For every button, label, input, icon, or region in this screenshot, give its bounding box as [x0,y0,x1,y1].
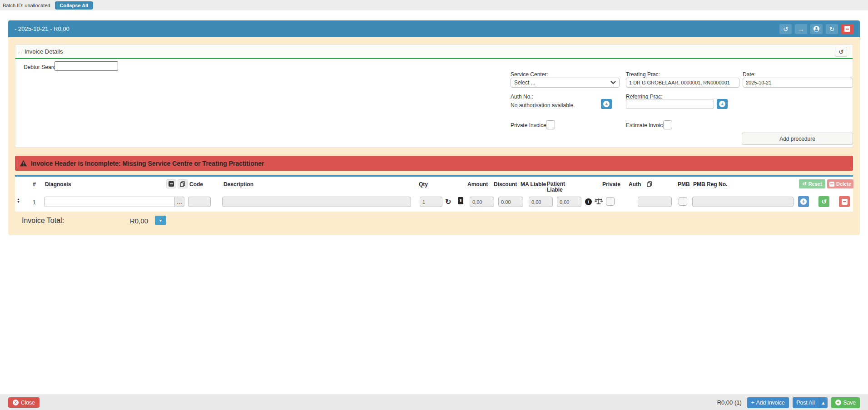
col-header-code: Code [189,181,203,188]
referring-prac-input[interactable] [626,99,714,109]
close-button[interactable]: × Close [8,397,40,408]
plus-circle-icon: + [719,101,725,107]
arrow-right-icon: → [798,25,804,34]
delete-label: Delete [836,181,851,187]
minus-square-icon [829,182,834,187]
diagnosis-remove-all-button[interactable] [166,179,176,188]
user-circle-icon [813,25,820,32]
plus-circle-icon: + [603,101,610,107]
invoice-history-button[interactable]: ↺ [779,24,792,34]
auth-no-label: Auth No.: [511,94,533,100]
invoice-patient-button[interactable] [810,24,823,34]
undo-icon: ↺ [802,181,806,187]
add-invoice-button[interactable]: + Add Invoice [747,397,789,408]
row-add-button[interactable]: + [798,196,809,207]
row-undo-button[interactable]: ↺ [818,196,829,207]
private-invoice-checkbox[interactable] [546,120,555,129]
col-header-pmb-reg-no: PMB Reg No. [693,181,727,188]
recalculate-icon[interactable]: ↻ [445,198,451,206]
invoice-title: - 2025-10-21 - R0,00 [15,25,69,32]
diagnosis-copy-button[interactable] [178,179,188,188]
refresh-icon: ↻ [829,25,835,34]
discount-input[interactable] [498,197,523,207]
post-all-dropdown-button[interactable]: ▴ [819,397,828,408]
plus-circle-icon: + [800,198,807,205]
delete-row-button[interactable]: Delete [827,179,853,188]
add-referring-prac-button[interactable]: + [717,99,728,109]
service-center-label: Service Center: [511,71,548,78]
batch-id-label: Batch ID: unallocated [3,3,50,8]
info-icon[interactable]: i [585,198,592,205]
warning-triangle-icon [20,160,27,167]
auth-input[interactable] [638,197,672,207]
add-invoice-label: Add Invoice [756,400,785,406]
plus-icon: + [751,400,754,406]
col-header-diagnosis: Diagnosis [45,181,71,188]
date-label: Date: [743,71,756,78]
warning-text: Invoice Header is Incomplete: Missing Se… [31,160,264,167]
invoice-document-icon[interactable]: $ [458,197,463,204]
col-header-auth: Auth [629,181,641,188]
reset-row-button[interactable]: ↺Reset [799,179,825,188]
diagnosis-input[interactable] [44,197,175,207]
ma-liable-input[interactable] [529,197,553,207]
save-label: Save [843,400,856,406]
invoice-panel: - 2025-10-21 - R0,00 ↺ → ↻ - Invoice Det… [8,20,860,235]
invoice-forward-button[interactable]: → [795,24,807,34]
invoice-total-label: Invoice Total: [22,217,64,225]
patient-liable-input[interactable] [557,197,581,207]
estimate-invoice-checkbox[interactable] [663,120,672,129]
auth-copy-button[interactable] [645,179,655,188]
top-bar: Batch ID: unallocated Collapse All [0,0,868,10]
warning-banner: Invoice Header is Incomplete: Missing Se… [15,156,853,171]
post-all-button[interactable]: Post All [793,397,819,408]
row-remove-button[interactable] [839,196,850,207]
undo-icon: ↺ [821,198,827,205]
invoice-refresh-button[interactable]: ↻ [826,24,838,34]
balance-scale-icon[interactable] [595,198,603,207]
code-input[interactable] [188,197,211,207]
invoice-details-section: - Invoice Details ↺ Debtor Search: Servi… [15,44,853,148]
pmb-checkbox[interactable] [679,197,687,206]
auth-no-status: No authorisation available. [511,102,575,109]
invoice-panel-header[interactable]: - 2025-10-21 - R0,00 ↺ → ↻ [8,20,860,37]
batch-total-summary: R0,00 (1) [717,399,742,406]
treating-prac-label: Treating Prac: [626,71,660,78]
collapse-all-button[interactable]: Collapse All [55,1,94,10]
save-button[interactable]: + Save [831,397,860,408]
copy-icon [180,181,185,187]
treating-prac-input[interactable] [626,78,739,88]
invoice-details-header[interactable]: - Invoice Details ↺ [15,44,853,59]
reset-label: Reset [808,181,822,187]
details-history-button[interactable]: ↺ [835,47,847,57]
footer-bar: × Close R0,00 (1) + Add Invoice Post All… [0,395,868,410]
history-icon: ↺ [783,25,789,34]
col-header-private: Private [602,181,620,188]
date-input[interactable] [743,78,853,88]
description-input[interactable] [222,197,411,207]
pmb-reg-no-input[interactable] [692,197,794,207]
private-invoice-label: Private Invoice: [511,122,548,128]
diagnosis-lookup-button[interactable]: … [175,197,184,207]
col-header-patient-liable: Patient Liable [547,181,572,193]
col-header-index: # [33,181,36,188]
private-row-checkbox[interactable] [606,197,615,206]
col-header-ma-liable: MA Liable [521,181,546,188]
debtor-search-input[interactable] [55,61,118,71]
close-label: Close [21,400,35,406]
invoice-totals: Invoice Total: R0,00 ▾ [8,212,860,232]
invoice-total-dropdown-button[interactable]: ▾ [155,216,166,225]
add-authorisation-button[interactable]: + [601,99,612,109]
history-icon: ↺ [838,48,844,55]
add-procedure-button[interactable]: Add procedure [742,133,853,145]
minus-square-icon [169,181,174,187]
row-index: 1 [33,199,36,206]
copy-icon [647,181,652,187]
amount-input[interactable] [470,197,494,207]
invoice-details-body: Debtor Search: Service Center: Select ..… [15,59,853,148]
invoice-collapse-button[interactable] [841,24,853,34]
row-drag-handle[interactable]: ▲ ▼ [17,198,20,203]
service-center-select[interactable]: Select ... [511,78,620,88]
qty-input[interactable] [420,197,442,207]
invoice-total-value: R0,00 [130,217,148,225]
